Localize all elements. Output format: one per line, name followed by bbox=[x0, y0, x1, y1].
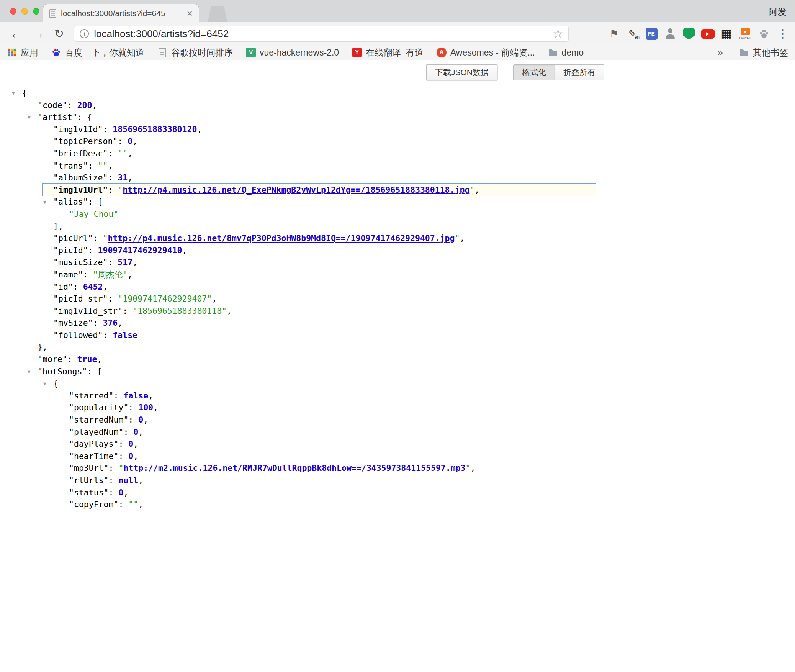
new-tab-button[interactable] bbox=[208, 6, 227, 23]
json-token-n: 376 bbox=[103, 318, 118, 328]
json-token-s: "18569651883380118" bbox=[132, 306, 227, 316]
window-minimize-button[interactable] bbox=[21, 8, 28, 15]
json-line: "topicPerson": 0, bbox=[0, 135, 795, 148]
json-token-p: : bbox=[67, 100, 77, 110]
page-info-icon[interactable]: i bbox=[80, 29, 89, 38]
window-close-button[interactable] bbox=[10, 8, 16, 15]
json-token-k: "hearTime" bbox=[69, 451, 118, 461]
json-token-p: { bbox=[53, 379, 58, 388]
json-token-p: , bbox=[471, 463, 476, 473]
profile-person-extension-icon[interactable] bbox=[663, 27, 677, 41]
youtube-extension-icon[interactable]: ▶ bbox=[701, 27, 715, 41]
json-token-p: : bbox=[123, 306, 132, 316]
bookmark-demo-folder[interactable]: demo bbox=[548, 48, 584, 58]
document-icon bbox=[157, 48, 167, 57]
tab-close-icon[interactable]: × bbox=[187, 8, 193, 18]
json-line: "briefDesc": "", bbox=[0, 148, 795, 160]
json-token-n: 19097417462929410 bbox=[98, 246, 182, 255]
translate-pen-extension-icon[interactable]: ✎ en bbox=[626, 27, 640, 41]
collapse-toggle-icon[interactable]: ▼ bbox=[43, 378, 46, 390]
bookmark-star-icon[interactable]: ☆ bbox=[553, 28, 563, 39]
bookmark-label: demo bbox=[562, 48, 584, 58]
flag-extension-icon[interactable]: ⚑ bbox=[607, 27, 621, 41]
json-line: "id": 6452, bbox=[0, 281, 795, 293]
json-token-p: : bbox=[123, 427, 133, 437]
json-line: "starredNum": 0, bbox=[0, 414, 795, 426]
json-line: "name": "周杰伦", bbox=[0, 269, 795, 281]
json-token-n: 0 bbox=[133, 427, 138, 437]
browser-menu-button[interactable]: ⋮ bbox=[776, 27, 790, 41]
shield-extension-icon[interactable] bbox=[682, 27, 696, 41]
play-icon: ▶ bbox=[706, 31, 709, 36]
json-token-p: : bbox=[128, 403, 138, 412]
format-button[interactable]: 格式化 bbox=[513, 64, 555, 80]
bookmarks-bar: 应用 百度一下，你就知道 谷歌按时间排序 V vue-hackernews-2.… bbox=[0, 45, 795, 60]
json-line: "copyFrom": "", bbox=[0, 498, 795, 511]
forward-button[interactable]: → bbox=[32, 28, 44, 40]
json-token-p: : bbox=[118, 439, 128, 449]
json-token-p: , bbox=[128, 173, 132, 182]
json-token-b: false bbox=[113, 330, 137, 340]
json-line: "dayPlays": 0, bbox=[0, 438, 795, 450]
bookmark-google-sort[interactable]: 谷歌按时间排序 bbox=[157, 47, 233, 59]
youtube-icon: ▶ bbox=[701, 29, 715, 39]
bookmarks-overflow-chevron[interactable]: » bbox=[717, 47, 723, 59]
json-token-p: , bbox=[118, 318, 123, 328]
url-text[interactable]: localhost:3000/artists?id=6452 bbox=[94, 28, 548, 40]
collapse-toggle-icon[interactable]: ▼ bbox=[12, 87, 15, 100]
reload-button[interactable]: ↻ bbox=[54, 28, 64, 39]
json-token-k: "code" bbox=[38, 100, 67, 110]
json-token-p: , bbox=[148, 391, 153, 400]
json-token-k: "img1v1Id_str" bbox=[53, 306, 123, 316]
bookmark-other-bookmarks[interactable]: 其他书签 bbox=[739, 47, 788, 59]
collapse-all-button[interactable]: 折叠所有 bbox=[555, 64, 604, 80]
json-token-p: : bbox=[93, 233, 103, 243]
json-view-toggle-group: 格式化 折叠所有 bbox=[513, 64, 604, 80]
json-token-n: 0 bbox=[128, 136, 132, 146]
json-line: ▼{ bbox=[0, 377, 795, 390]
awesomes-icon: A bbox=[437, 48, 447, 57]
qr-code-extension-icon[interactable]: ▦ bbox=[720, 27, 733, 41]
json-token-k: "popularity" bbox=[69, 403, 128, 412]
collapse-toggle-icon[interactable]: ▼ bbox=[28, 111, 31, 124]
window-zoom-button[interactable] bbox=[33, 8, 39, 15]
json-link[interactable]: http://p4.music.126.net/Q_ExePNkmgB2yWyL… bbox=[123, 185, 469, 195]
url-bar[interactable]: i localhost:3000/artists?id=6452 ☆ bbox=[74, 26, 569, 42]
browser-tab[interactable]: localhost:3000/artists?id=645 × bbox=[43, 4, 199, 23]
json-token-n: 0 bbox=[138, 415, 143, 425]
flag-icon: ⚑ bbox=[609, 29, 618, 39]
json-line: "albumSize": 31, bbox=[0, 172, 795, 184]
fe-extension-icon[interactable]: FE bbox=[645, 27, 658, 41]
json-token-p: , bbox=[128, 270, 132, 279]
json-token-p: , bbox=[97, 354, 102, 364]
json-token-q: " bbox=[455, 233, 460, 243]
json-token-k: "dayPlays" bbox=[69, 439, 118, 449]
kebab-menu-icon: ⋮ bbox=[777, 28, 788, 39]
json-line: ▼{ bbox=[0, 87, 795, 99]
json-token-p: , bbox=[182, 246, 187, 255]
json-token-p: : bbox=[118, 500, 128, 509]
bookmark-youdao-translate[interactable]: Y 在线翻译_有道 bbox=[352, 47, 424, 59]
json-token-p: : bbox=[108, 173, 118, 182]
paw-extension-icon[interactable] bbox=[757, 27, 771, 41]
collapse-toggle-icon[interactable]: ▼ bbox=[28, 366, 31, 378]
bookmark-vue-hackernews[interactable]: V vue-hackernews-2.0 bbox=[246, 48, 339, 58]
collapse-toggle-icon[interactable]: ▼ bbox=[43, 196, 46, 208]
json-link[interactable]: http://m2.music.126.net/RMJR7wDullRqppBk… bbox=[123, 463, 465, 473]
download-json-button[interactable]: 下载JSON数据 bbox=[426, 64, 497, 80]
player-label: PLAYER bbox=[739, 36, 751, 39]
json-line: ▼"alias": [ bbox=[0, 196, 795, 208]
player-icon: ▶ bbox=[741, 28, 750, 35]
bookmark-apps[interactable]: 应用 bbox=[7, 47, 38, 59]
json-line: "rtUrls": null, bbox=[0, 474, 795, 487]
json-token-p: , bbox=[138, 500, 143, 509]
player-extension-icon[interactable]: ▶ PLAYER bbox=[738, 27, 752, 41]
qr-icon: ▦ bbox=[721, 28, 732, 40]
json-link[interactable]: http://p4.music.126.net/8mv7qP30Pd3oHW8b… bbox=[108, 233, 455, 243]
json-line: "mvSize": 376, bbox=[0, 317, 795, 329]
bookmark-baidu[interactable]: 百度一下，你就知道 bbox=[51, 47, 144, 59]
page-content: 下载JSON数据 格式化 折叠所有 ▼{"code": 200,▼"artist… bbox=[0, 60, 795, 672]
json-token-n: 0 bbox=[128, 451, 133, 461]
back-button[interactable]: ← bbox=[10, 28, 22, 40]
bookmark-awesomes[interactable]: A Awesomes - 前端资... bbox=[437, 47, 535, 59]
